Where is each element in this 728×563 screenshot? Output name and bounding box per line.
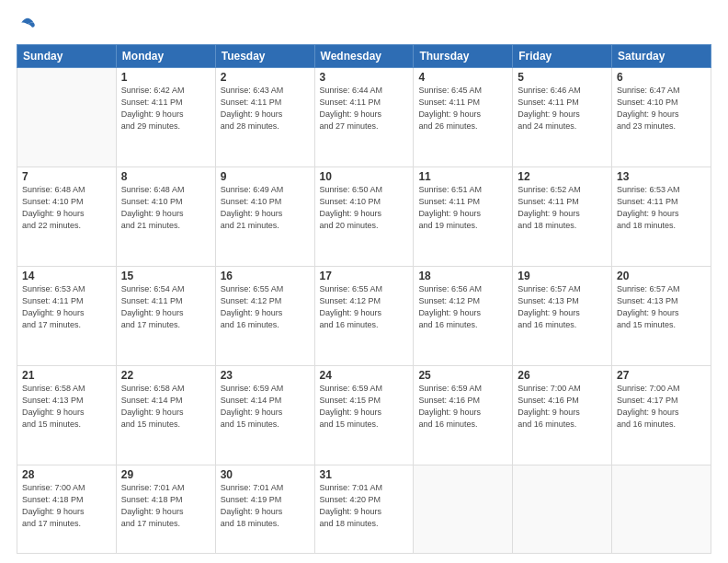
day-number: 27	[617, 369, 706, 382]
day-number: 24	[320, 369, 409, 382]
cell-info: Sunrise: 7:01 AMSunset: 4:20 PMDaylight:…	[320, 482, 409, 530]
day-number: 25	[418, 369, 507, 382]
calendar-table: SundayMondayTuesdayWednesdayThursdayFrid…	[17, 44, 711, 554]
cell-info: Sunrise: 6:58 AMSunset: 4:13 PMDaylight:…	[22, 383, 111, 431]
calendar-cell: 24Sunrise: 6:59 AMSunset: 4:15 PMDayligh…	[314, 366, 414, 465]
day-number: 6	[617, 71, 706, 84]
day-number: 19	[518, 270, 607, 282]
cell-info: Sunrise: 6:42 AMSunset: 4:11 PMDaylight:…	[121, 85, 210, 132]
day-number: 16	[221, 270, 310, 282]
calendar-cell: 30Sunrise: 7:01 AMSunset: 4:19 PMDayligh…	[215, 465, 314, 554]
calendar-cell: 12Sunrise: 6:52 AMSunset: 4:11 PMDayligh…	[513, 167, 612, 267]
calendar-header-monday: Monday	[116, 45, 215, 68]
calendar-cell: 21Sunrise: 6:58 AMSunset: 4:13 PMDayligh…	[17, 366, 117, 465]
calendar-cell: 26Sunrise: 7:00 AMSunset: 4:16 PMDayligh…	[513, 366, 612, 465]
day-number: 29	[121, 468, 210, 481]
calendar-cell: 15Sunrise: 6:54 AMSunset: 4:11 PMDayligh…	[116, 267, 215, 366]
cell-info: Sunrise: 6:49 AMSunset: 4:10 PMDaylight:…	[221, 184, 310, 232]
day-number: 13	[617, 170, 706, 183]
calendar-week-4: 21Sunrise: 6:58 AMSunset: 4:13 PMDayligh…	[17, 366, 711, 465]
day-number: 7	[22, 170, 111, 183]
page: SundayMondayTuesdayWednesdayThursdayFrid…	[0, 0, 728, 563]
calendar-cell: 10Sunrise: 6:50 AMSunset: 4:10 PMDayligh…	[314, 167, 414, 267]
calendar-cell: 1Sunrise: 6:42 AMSunset: 4:11 PMDaylight…	[116, 68, 215, 167]
calendar-cell: 4Sunrise: 6:45 AMSunset: 4:11 PMDaylight…	[414, 68, 513, 167]
calendar-week-5: 28Sunrise: 7:00 AMSunset: 4:18 PMDayligh…	[17, 465, 711, 554]
day-number: 14	[22, 270, 111, 282]
cell-info: Sunrise: 6:59 AMSunset: 4:16 PMDaylight:…	[418, 383, 507, 431]
calendar-cell: 25Sunrise: 6:59 AMSunset: 4:16 PMDayligh…	[414, 366, 513, 465]
calendar-cell: 29Sunrise: 7:01 AMSunset: 4:18 PMDayligh…	[116, 465, 215, 554]
calendar-cell: 17Sunrise: 6:55 AMSunset: 4:12 PMDayligh…	[314, 267, 414, 366]
cell-info: Sunrise: 7:00 AMSunset: 4:18 PMDaylight:…	[22, 482, 111, 530]
cell-info: Sunrise: 6:57 AMSunset: 4:13 PMDaylight:…	[518, 283, 607, 331]
day-number: 5	[518, 71, 607, 84]
calendar-header-row: SundayMondayTuesdayWednesdayThursdayFrid…	[17, 45, 711, 68]
day-number: 20	[617, 270, 706, 282]
cell-info: Sunrise: 6:48 AMSunset: 4:10 PMDaylight:…	[22, 184, 111, 232]
calendar-week-1: 1Sunrise: 6:42 AMSunset: 4:11 PMDaylight…	[17, 68, 711, 167]
logo	[17, 17, 37, 35]
calendar-cell	[17, 68, 117, 167]
calendar-cell	[612, 465, 711, 554]
calendar-cell: 13Sunrise: 6:53 AMSunset: 4:11 PMDayligh…	[612, 167, 711, 267]
calendar-cell: 19Sunrise: 6:57 AMSunset: 4:13 PMDayligh…	[513, 267, 612, 366]
calendar-cell: 6Sunrise: 6:47 AMSunset: 4:10 PMDaylight…	[612, 68, 711, 167]
day-number: 11	[418, 170, 507, 183]
cell-info: Sunrise: 7:00 AMSunset: 4:16 PMDaylight:…	[518, 383, 607, 431]
calendar-cell: 7Sunrise: 6:48 AMSunset: 4:10 PMDaylight…	[17, 167, 117, 267]
calendar-cell: 2Sunrise: 6:43 AMSunset: 4:11 PMDaylight…	[215, 68, 314, 167]
day-number: 30	[221, 468, 310, 481]
cell-info: Sunrise: 6:53 AMSunset: 4:11 PMDaylight:…	[22, 283, 111, 331]
logo-bird-icon	[18, 17, 37, 35]
calendar-cell: 8Sunrise: 6:48 AMSunset: 4:10 PMDaylight…	[116, 167, 215, 267]
calendar-cell: 11Sunrise: 6:51 AMSunset: 4:11 PMDayligh…	[414, 167, 513, 267]
day-number: 26	[518, 369, 607, 382]
cell-info: Sunrise: 7:01 AMSunset: 4:18 PMDaylight:…	[121, 482, 210, 530]
calendar-cell: 28Sunrise: 7:00 AMSunset: 4:18 PMDayligh…	[17, 465, 117, 554]
day-number: 9	[221, 170, 310, 183]
calendar-header-thursday: Thursday	[414, 45, 513, 68]
calendar-cell	[513, 465, 612, 554]
calendar-header-friday: Friday	[513, 45, 612, 68]
day-number: 17	[320, 270, 409, 282]
day-number: 3	[320, 71, 409, 84]
cell-info: Sunrise: 6:45 AMSunset: 4:11 PMDaylight:…	[418, 85, 507, 132]
calendar-cell: 27Sunrise: 7:00 AMSunset: 4:17 PMDayligh…	[612, 366, 711, 465]
calendar-cell: 23Sunrise: 6:59 AMSunset: 4:14 PMDayligh…	[215, 366, 314, 465]
cell-info: Sunrise: 6:57 AMSunset: 4:13 PMDaylight:…	[617, 283, 706, 331]
calendar-cell: 16Sunrise: 6:55 AMSunset: 4:12 PMDayligh…	[215, 267, 314, 366]
cell-info: Sunrise: 7:01 AMSunset: 4:19 PMDaylight:…	[221, 482, 310, 530]
cell-info: Sunrise: 6:44 AMSunset: 4:11 PMDaylight:…	[320, 85, 409, 132]
cell-info: Sunrise: 6:46 AMSunset: 4:11 PMDaylight:…	[518, 85, 607, 132]
cell-info: Sunrise: 6:47 AMSunset: 4:10 PMDaylight:…	[617, 85, 706, 132]
calendar-week-2: 7Sunrise: 6:48 AMSunset: 4:10 PMDaylight…	[17, 167, 711, 267]
cell-info: Sunrise: 6:59 AMSunset: 4:14 PMDaylight:…	[221, 383, 310, 431]
calendar-cell: 20Sunrise: 6:57 AMSunset: 4:13 PMDayligh…	[612, 267, 711, 366]
cell-info: Sunrise: 6:55 AMSunset: 4:12 PMDaylight:…	[320, 283, 409, 331]
calendar-cell: 14Sunrise: 6:53 AMSunset: 4:11 PMDayligh…	[17, 267, 117, 366]
calendar-cell: 22Sunrise: 6:58 AMSunset: 4:14 PMDayligh…	[116, 366, 215, 465]
day-number: 8	[121, 170, 210, 183]
header	[17, 17, 711, 35]
day-number: 2	[221, 71, 310, 84]
cell-info: Sunrise: 6:48 AMSunset: 4:10 PMDaylight:…	[121, 184, 210, 232]
day-number: 23	[221, 369, 310, 382]
day-number: 10	[320, 170, 409, 183]
calendar-cell: 5Sunrise: 6:46 AMSunset: 4:11 PMDaylight…	[513, 68, 612, 167]
cell-info: Sunrise: 6:58 AMSunset: 4:14 PMDaylight:…	[121, 383, 210, 431]
calendar-cell	[414, 465, 513, 554]
calendar-header-sunday: Sunday	[17, 45, 117, 68]
calendar-cell: 9Sunrise: 6:49 AMSunset: 4:10 PMDaylight…	[215, 167, 314, 267]
cell-info: Sunrise: 6:59 AMSunset: 4:15 PMDaylight:…	[320, 383, 409, 431]
calendar-header-wednesday: Wednesday	[314, 45, 414, 68]
calendar-header-saturday: Saturday	[612, 45, 711, 68]
cell-info: Sunrise: 6:56 AMSunset: 4:12 PMDaylight:…	[418, 283, 507, 331]
day-number: 1	[121, 71, 210, 84]
cell-info: Sunrise: 6:50 AMSunset: 4:10 PMDaylight:…	[320, 184, 409, 232]
day-number: 31	[320, 468, 409, 481]
calendar-header-tuesday: Tuesday	[215, 45, 314, 68]
day-number: 28	[22, 468, 111, 481]
day-number: 4	[418, 71, 507, 84]
calendar-cell: 3Sunrise: 6:44 AMSunset: 4:11 PMDaylight…	[314, 68, 414, 167]
